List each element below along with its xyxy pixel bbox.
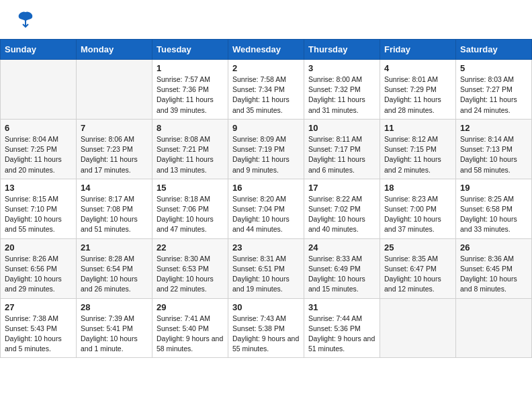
day-number: 11: [384, 123, 452, 133]
day-info: Sunrise: 8:31 AM Sunset: 6:51 PM Dayligh…: [232, 254, 300, 295]
day-info: Sunrise: 8:09 AM Sunset: 7:19 PM Dayligh…: [232, 134, 300, 175]
day-info: Sunrise: 8:01 AM Sunset: 7:29 PM Dayligh…: [384, 75, 452, 116]
day-number: 29: [157, 302, 224, 312]
weekday-header-sunday: Sunday: [1, 40, 77, 60]
day-info: Sunrise: 8:11 AM Sunset: 7:17 PM Dayligh…: [308, 134, 376, 175]
day-number: 6: [5, 123, 73, 133]
page-header: [0, 0, 532, 39]
day-info: Sunrise: 8:36 AM Sunset: 6:45 PM Dayligh…: [460, 254, 528, 295]
calendar-cell: [77, 60, 152, 120]
calendar-cell: 21Sunrise: 8:28 AM Sunset: 6:54 PM Dayli…: [77, 238, 152, 298]
calendar-cell: 5Sunrise: 8:03 AM Sunset: 7:27 PM Daylig…: [456, 60, 532, 120]
calendar-cell: 8Sunrise: 8:08 AM Sunset: 7:21 PM Daylig…: [152, 119, 228, 179]
day-info: Sunrise: 8:23 AM Sunset: 7:00 PM Dayligh…: [384, 194, 452, 235]
calendar-table: SundayMondayTuesdayWednesdayThursdayFrid…: [0, 39, 532, 358]
day-info: Sunrise: 7:58 AM Sunset: 7:34 PM Dayligh…: [232, 75, 300, 116]
logo: [13, 12, 35, 32]
day-info: Sunrise: 8:06 AM Sunset: 7:23 PM Dayligh…: [81, 134, 148, 175]
day-number: 7: [81, 123, 148, 133]
day-number: 19: [460, 183, 528, 193]
calendar-cell: 25Sunrise: 8:35 AM Sunset: 6:47 PM Dayli…: [380, 238, 456, 298]
day-info: Sunrise: 8:18 AM Sunset: 7:06 PM Dayligh…: [157, 194, 224, 235]
calendar-cell: 24Sunrise: 8:33 AM Sunset: 6:49 PM Dayli…: [304, 238, 380, 298]
day-info: Sunrise: 8:30 AM Sunset: 6:53 PM Dayligh…: [157, 254, 224, 295]
calendar-cell: 13Sunrise: 8:15 AM Sunset: 7:10 PM Dayli…: [1, 179, 77, 238]
weekday-header-row: SundayMondayTuesdayWednesdayThursdayFrid…: [1, 40, 532, 60]
calendar-cell: 6Sunrise: 8:04 AM Sunset: 7:25 PM Daylig…: [1, 119, 77, 179]
day-number: 8: [157, 123, 224, 133]
day-number: 31: [308, 302, 376, 312]
day-info: Sunrise: 7:41 AM Sunset: 5:40 PM Dayligh…: [157, 314, 224, 355]
calendar-cell: 9Sunrise: 8:09 AM Sunset: 7:19 PM Daylig…: [228, 119, 304, 179]
calendar-cell: 23Sunrise: 8:31 AM Sunset: 6:51 PM Dayli…: [228, 238, 304, 298]
calendar-cell: 22Sunrise: 8:30 AM Sunset: 6:53 PM Dayli…: [152, 238, 228, 298]
day-number: 16: [232, 183, 300, 193]
day-number: 22: [157, 242, 224, 253]
calendar-cell: 15Sunrise: 8:18 AM Sunset: 7:06 PM Dayli…: [152, 179, 228, 238]
week-row-2: 6Sunrise: 8:04 AM Sunset: 7:25 PM Daylig…: [1, 119, 532, 179]
day-info: Sunrise: 7:43 AM Sunset: 5:38 PM Dayligh…: [232, 314, 300, 355]
day-number: 2: [232, 63, 300, 73]
day-info: Sunrise: 8:17 AM Sunset: 7:08 PM Dayligh…: [81, 194, 148, 235]
calendar-cell: 3Sunrise: 8:00 AM Sunset: 7:32 PM Daylig…: [304, 60, 380, 120]
day-number: 14: [81, 183, 148, 193]
day-number: 3: [308, 63, 376, 73]
week-row-5: 27Sunrise: 7:38 AM Sunset: 5:43 PM Dayli…: [1, 298, 532, 358]
weekday-header-tuesday: Tuesday: [152, 40, 228, 60]
calendar-cell: 10Sunrise: 8:11 AM Sunset: 7:17 PM Dayli…: [304, 119, 380, 179]
day-number: 18: [384, 183, 452, 193]
day-info: Sunrise: 8:14 AM Sunset: 7:13 PM Dayligh…: [460, 134, 528, 175]
week-row-3: 13Sunrise: 8:15 AM Sunset: 7:10 PM Dayli…: [1, 179, 532, 238]
day-number: 21: [81, 242, 148, 253]
day-info: Sunrise: 8:00 AM Sunset: 7:32 PM Dayligh…: [308, 75, 376, 116]
day-number: 4: [384, 63, 452, 73]
calendar-cell: 30Sunrise: 7:43 AM Sunset: 5:38 PM Dayli…: [228, 298, 304, 358]
day-number: 24: [308, 242, 376, 253]
day-info: Sunrise: 8:25 AM Sunset: 6:58 PM Dayligh…: [460, 194, 528, 235]
weekday-header-thursday: Thursday: [304, 40, 380, 60]
day-info: Sunrise: 8:33 AM Sunset: 6:49 PM Dayligh…: [308, 254, 376, 295]
day-number: 25: [384, 242, 452, 253]
calendar-cell: 17Sunrise: 8:22 AM Sunset: 7:02 PM Dayli…: [304, 179, 380, 238]
calendar-cell: 18Sunrise: 8:23 AM Sunset: 7:00 PM Dayli…: [380, 179, 456, 238]
day-number: 13: [5, 183, 73, 193]
calendar-cell: 19Sunrise: 8:25 AM Sunset: 6:58 PM Dayli…: [456, 179, 532, 238]
calendar-cell: 4Sunrise: 8:01 AM Sunset: 7:29 PM Daylig…: [380, 60, 456, 120]
day-number: 30: [232, 302, 300, 312]
day-info: Sunrise: 8:15 AM Sunset: 7:10 PM Dayligh…: [5, 194, 73, 235]
day-info: Sunrise: 7:44 AM Sunset: 5:36 PM Dayligh…: [308, 314, 376, 355]
calendar-cell: 16Sunrise: 8:20 AM Sunset: 7:04 PM Dayli…: [228, 179, 304, 238]
day-info: Sunrise: 8:20 AM Sunset: 7:04 PM Dayligh…: [232, 194, 300, 235]
calendar-cell: 7Sunrise: 8:06 AM Sunset: 7:23 PM Daylig…: [77, 119, 152, 179]
day-info: Sunrise: 8:28 AM Sunset: 6:54 PM Dayligh…: [81, 254, 148, 295]
day-number: 20: [5, 242, 73, 253]
week-row-4: 20Sunrise: 8:26 AM Sunset: 6:56 PM Dayli…: [1, 238, 532, 298]
weekday-header-friday: Friday: [380, 40, 456, 60]
day-info: Sunrise: 7:38 AM Sunset: 5:43 PM Dayligh…: [5, 314, 73, 355]
weekday-header-wednesday: Wednesday: [228, 40, 304, 60]
day-info: Sunrise: 8:12 AM Sunset: 7:15 PM Dayligh…: [384, 134, 452, 175]
calendar-cell: 20Sunrise: 8:26 AM Sunset: 6:56 PM Dayli…: [1, 238, 77, 298]
calendar-cell: 2Sunrise: 7:58 AM Sunset: 7:34 PM Daylig…: [228, 60, 304, 120]
day-info: Sunrise: 8:22 AM Sunset: 7:02 PM Dayligh…: [308, 194, 376, 235]
day-number: 9: [232, 123, 300, 133]
day-info: Sunrise: 7:39 AM Sunset: 5:41 PM Dayligh…: [81, 314, 148, 355]
calendar-cell: 26Sunrise: 8:36 AM Sunset: 6:45 PM Dayli…: [456, 238, 532, 298]
day-info: Sunrise: 8:08 AM Sunset: 7:21 PM Dayligh…: [157, 134, 224, 175]
day-number: 27: [5, 302, 73, 312]
calendar-cell: [1, 60, 77, 120]
day-info: Sunrise: 7:57 AM Sunset: 7:36 PM Dayligh…: [157, 75, 224, 116]
weekday-header-monday: Monday: [77, 40, 152, 60]
calendar-cell: 14Sunrise: 8:17 AM Sunset: 7:08 PM Dayli…: [77, 179, 152, 238]
calendar-cell: [380, 298, 456, 358]
day-number: 17: [308, 183, 376, 193]
day-info: Sunrise: 8:35 AM Sunset: 6:47 PM Dayligh…: [384, 254, 452, 295]
calendar-cell: 28Sunrise: 7:39 AM Sunset: 5:41 PM Dayli…: [77, 298, 152, 358]
day-number: 1: [157, 63, 224, 73]
calendar-cell: 29Sunrise: 7:41 AM Sunset: 5:40 PM Dayli…: [152, 298, 228, 358]
calendar-cell: 31Sunrise: 7:44 AM Sunset: 5:36 PM Dayli…: [304, 298, 380, 358]
calendar-cell: 1Sunrise: 7:57 AM Sunset: 7:36 PM Daylig…: [152, 60, 228, 120]
calendar-cell: 27Sunrise: 7:38 AM Sunset: 5:43 PM Dayli…: [1, 298, 77, 358]
calendar-cell: [456, 298, 532, 358]
day-number: 5: [460, 63, 528, 73]
